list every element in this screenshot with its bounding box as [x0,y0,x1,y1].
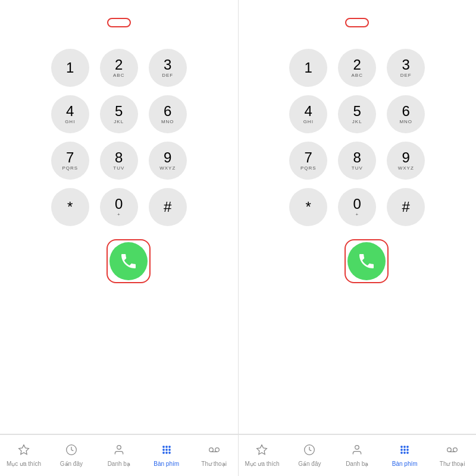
svg-rect-21 [401,449,403,450]
left-key-5[interactable]: 5JKL [100,95,138,133]
svg-rect-24 [401,452,403,453]
left-key-*[interactable]: * [51,188,89,226]
right-tab-recents[interactable]: Gần đây [286,435,333,476]
right-key-3[interactable]: 3DEF [387,49,425,87]
left-key-4[interactable]: 4GHI [51,95,89,133]
svg-point-27 [447,448,452,452]
left-tab-favorites[interactable]: Mục ưa thích [0,435,48,476]
svg-rect-8 [168,449,170,450]
left-contacts-icon [113,444,125,459]
svg-rect-18 [401,446,403,447]
left-bottom-row [58,239,180,283]
right-tab-voicemail-label: Thư thoại [440,461,465,467]
left-key-6[interactable]: 6MNO [149,95,187,133]
svg-rect-3 [162,446,164,447]
right-tab-recents-label: Gần đây [298,461,321,467]
left-tab-recents-label: Gần đây [60,461,83,467]
left-key-#[interactable]: # [149,188,187,226]
right-key-#[interactable]: # [387,188,425,226]
svg-point-28 [453,448,458,452]
left-key-8[interactable]: 8TUV [100,142,138,180]
right-phone-panel: 12ABC3DEF4GHI5JKL6MNO7PQRS8TUV9WXYZ*0+# [239,0,477,434]
left-tab-favorites-label: Mục ưa thích [7,461,41,467]
right-tab-contacts-label: Danh bạ [346,461,368,467]
svg-rect-5 [168,446,170,447]
left-call-button[interactable] [109,242,148,280]
right-key-0[interactable]: 0+ [338,188,376,226]
left-delete-button[interactable] [161,252,180,271]
svg-rect-10 [165,452,167,453]
right-key-8[interactable]: 8TUV [338,142,376,180]
right-call-button[interactable] [347,242,386,280]
left-tab-contacts[interactable]: Danh bạ [95,435,143,476]
right-key-2[interactable]: 2ABC [338,49,376,87]
left-tab-keypad[interactable]: Bàn phím [143,435,190,476]
left-keypad-icon [161,444,173,459]
left-key-0[interactable]: 0+ [100,188,138,226]
left-key-7[interactable]: 7PQRS [51,142,89,180]
left-recents-icon [65,444,77,459]
left-call-btn-wrapper [107,239,151,283]
left-favorites-icon [18,444,30,459]
svg-rect-22 [404,449,406,450]
left-tab-voicemail-label: Thư thoại [201,461,227,467]
svg-point-2 [117,446,121,450]
right-key-9[interactable]: 9WXYZ [387,142,425,180]
right-tab-favorites-label: Mục ưa thích [245,461,279,467]
svg-rect-25 [404,452,406,453]
right-tab-contacts[interactable]: Danh bạ [333,435,381,476]
left-key-1[interactable]: 1 [51,49,89,87]
right-voicemail-icon [446,444,459,459]
svg-rect-11 [168,452,170,453]
tab-bar: Mục ưa thíchGần đâyDanh bạ Bàn phímThư t… [0,434,476,476]
svg-rect-6 [162,449,164,450]
svg-marker-15 [257,445,267,455]
right-bottom-row [296,239,418,283]
right-favorites-icon [256,444,268,459]
left-key-2[interactable]: 2ABC [100,49,138,87]
left-tab-keypad-label: Bàn phím [154,461,179,467]
left-dial-display [107,18,131,27]
left-tab-half: Mục ưa thíchGần đâyDanh bạ Bàn phímThư t… [0,435,239,476]
svg-rect-19 [404,446,406,447]
svg-rect-20 [407,446,409,447]
svg-rect-26 [407,452,409,453]
right-key-5[interactable]: 5JKL [338,95,376,133]
right-keypad: 12ABC3DEF4GHI5JKL6MNO7PQRS8TUV9WXYZ*0+# [289,49,425,226]
right-key-4[interactable]: 4GHI [289,95,327,133]
right-tab-voicemail[interactable]: Thư thoại [428,435,476,476]
right-key-1[interactable]: 1 [289,49,327,87]
right-key-6[interactable]: 6MNO [387,95,425,133]
left-voicemail-icon [208,444,221,459]
right-tab-favorites[interactable]: Mục ưa thích [239,435,286,476]
right-key-7[interactable]: 7PQRS [289,142,327,180]
svg-rect-23 [407,449,409,450]
left-tab-recents[interactable]: Gần đây [48,435,95,476]
right-contacts-icon [351,444,363,459]
left-key-9[interactable]: 9WXYZ [149,142,187,180]
right-keypad-icon [399,444,411,459]
right-recents-icon [303,444,315,459]
left-key-3[interactable]: 3DEF [149,49,187,87]
left-tab-contacts-label: Danh bạ [108,461,130,467]
svg-point-13 [215,448,219,452]
svg-point-12 [209,448,213,452]
left-phone-panel: 12ABC3DEF4GHI5JKL6MNO7PQRS8TUV9WXYZ*0+# [0,0,239,434]
right-tab-half: Mục ưa thíchGần đâyDanh bạ Bàn phímThư t… [239,435,477,476]
right-tab-keypad[interactable]: Bàn phím [381,435,428,476]
right-key-*[interactable]: * [289,188,327,226]
svg-rect-4 [165,446,167,447]
right-tab-keypad-label: Bàn phím [392,461,418,467]
left-keypad: 12ABC3DEF4GHI5JKL6MNO7PQRS8TUV9WXYZ*0+# [51,49,187,226]
svg-marker-0 [19,445,29,455]
svg-point-17 [355,446,359,450]
left-tab-voicemail[interactable]: Thư thoại [190,435,238,476]
right-dial-display [345,18,369,27]
svg-rect-9 [162,452,164,453]
right-call-btn-wrapper [345,239,389,283]
right-delete-button[interactable] [399,252,418,271]
svg-rect-7 [165,449,167,450]
